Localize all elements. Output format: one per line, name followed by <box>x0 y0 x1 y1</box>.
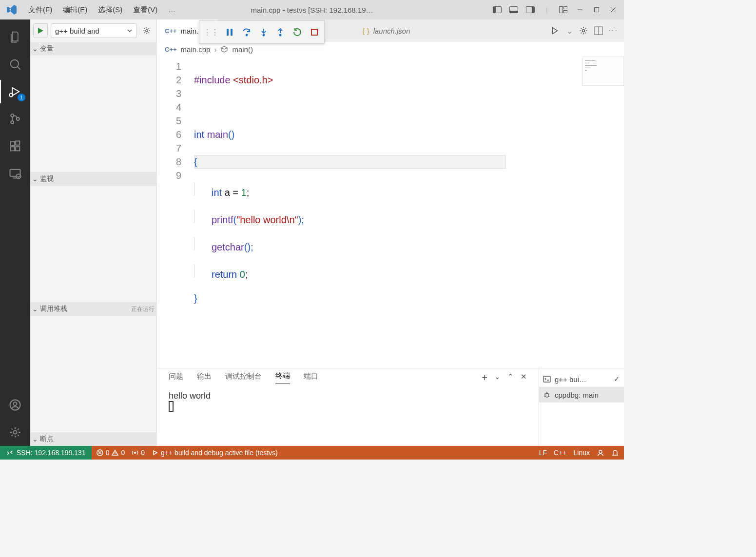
app-root: 文件(F) 编辑(E) 选择(S) 查看(V) … main.cpp - tes… <box>0 0 624 460</box>
menu-selection[interactable]: 选择(S) <box>93 2 127 18</box>
debug-config-select[interactable]: g++ build and <box>51 23 137 38</box>
cpp-file-icon: C++ <box>165 46 177 53</box>
activity-account[interactable] <box>0 391 30 419</box>
svg-line-42 <box>548 396 549 397</box>
task-cppdbg-label: cppdbg: main <box>555 391 599 399</box>
warning-icon <box>112 449 118 456</box>
svg-rect-8 <box>564 11 567 13</box>
code-editor[interactable]: 123 456 789 #include <stdio.h> int main(… <box>157 57 624 368</box>
svg-rect-36 <box>543 376 550 382</box>
status-bar: SSH: 192.168.199.131 0 0 0 g++ build and… <box>0 446 624 460</box>
minimap[interactable]: ▬▬▬ ▬▬▬ ▬▬▬▬▬▬▬▬▬▬▬ <box>582 57 624 86</box>
debug-toolbar[interactable]: ⋮⋮ <box>199 20 325 44</box>
task-build-label: g++ bui… <box>555 375 586 384</box>
check-icon: ✓ <box>614 375 620 384</box>
menu-more[interactable]: … <box>163 2 180 18</box>
run-debug-icon[interactable] <box>550 25 561 36</box>
tab-label: launch.json <box>373 27 410 35</box>
step-out-button[interactable] <box>274 25 287 39</box>
stop-button[interactable] <box>308 25 320 39</box>
panel-tab-output[interactable]: 输出 <box>197 372 212 384</box>
section-callstack[interactable]: ⌄调用堆栈 正在运行 <box>30 302 156 316</box>
layout-right-icon[interactable] <box>523 3 537 17</box>
new-terminal-icon[interactable]: + <box>482 372 487 384</box>
drag-handle-icon[interactable]: ⋮⋮ <box>203 28 219 37</box>
terminal-output[interactable]: hello world <box>157 387 539 446</box>
svg-line-41 <box>544 396 545 397</box>
status-eol[interactable]: LF <box>539 449 547 457</box>
task-build[interactable]: g++ bui… ✓ <box>539 371 624 387</box>
breadcrumb-separator-icon: › <box>214 45 216 54</box>
section-breakpoints[interactable]: ⌄断点 <box>30 432 156 446</box>
svg-rect-1 <box>493 7 496 13</box>
section-watch-label: 监视 <box>40 174 54 183</box>
titlebar: 文件(F) 编辑(E) 选择(S) 查看(V) … main.cpp - tes… <box>0 0 624 19</box>
status-lang[interactable]: C++ <box>554 449 566 457</box>
maximize-panel-icon[interactable]: ⌃ <box>507 372 514 384</box>
menu-bar: 文件(F) 编辑(E) 选择(S) 查看(V) … <box>23 2 180 18</box>
panel-tab-debugconsole[interactable]: 调试控制台 <box>225 372 262 384</box>
svg-marker-32 <box>552 28 557 34</box>
window-close[interactable] <box>606 3 620 17</box>
status-problems[interactable]: 0 0 <box>97 449 125 457</box>
activity-remote[interactable] <box>0 160 30 187</box>
workbench: 1 g++ build and ⌄变量 ⌄监视 <box>0 19 624 446</box>
chevron-down-icon: ⌄ <box>32 435 38 443</box>
debug-gear-icon[interactable] <box>140 26 154 35</box>
menu-view[interactable]: 查看(V) <box>128 2 162 18</box>
svg-point-19 <box>17 117 19 120</box>
panel-tab-ports[interactable]: 端口 <box>304 372 318 384</box>
activity-explorer[interactable] <box>0 23 30 51</box>
layout-left-icon[interactable] <box>490 3 504 17</box>
menu-file[interactable]: 文件(F) <box>23 2 57 18</box>
window-minimize[interactable] <box>573 3 587 17</box>
breadcrumb[interactable]: C++ main.cpp › main() <box>157 42 624 57</box>
step-into-button[interactable] <box>257 25 270 39</box>
bug-icon <box>543 391 551 399</box>
gear-icon[interactable] <box>579 26 588 36</box>
svg-rect-21 <box>11 147 15 151</box>
activity-settings[interactable] <box>0 419 30 446</box>
debug-start-button[interactable] <box>33 23 48 38</box>
menu-edit[interactable]: 编辑(E) <box>58 2 92 18</box>
editor-actions: ⌄ ··· <box>550 19 624 42</box>
split-editor-icon[interactable] <box>594 26 603 35</box>
status-ports[interactable]: 0 <box>132 449 145 457</box>
svg-line-14 <box>18 67 20 70</box>
window-maximize[interactable] <box>590 3 603 17</box>
panel-tab-problems[interactable]: 问题 <box>169 372 183 384</box>
more-icon[interactable]: ··· <box>609 26 618 35</box>
pause-button[interactable] <box>224 25 236 39</box>
restart-button[interactable] <box>291 25 304 39</box>
activity-search[interactable] <box>0 51 30 78</box>
activity-extensions[interactable] <box>0 133 30 160</box>
status-errors: 0 <box>106 449 110 457</box>
customize-layout-icon[interactable] <box>557 3 570 17</box>
status-remote[interactable]: SSH: 192.168.199.131 <box>0 446 92 460</box>
breadcrumb-symbol: main() <box>232 45 253 54</box>
titlebar-right: | <box>490 3 620 17</box>
task-cppdbg[interactable]: cppdbg: main <box>539 387 624 403</box>
status-debug-config[interactable]: g++ build and debug active file (testvs) <box>152 449 278 457</box>
tab-launch-json[interactable]: { } launch.json <box>354 19 418 42</box>
activity-debug[interactable]: 1 <box>0 78 30 105</box>
section-callstack-label: 调用堆栈 <box>40 305 67 313</box>
status-os[interactable]: Linux <box>574 449 590 457</box>
status-bell-icon[interactable] <box>611 449 619 457</box>
chevron-down-icon[interactable]: ⌄ <box>494 372 501 384</box>
layout-bottom-icon[interactable] <box>507 3 521 17</box>
chevron-down-icon: ⌄ <box>32 305 38 313</box>
cpp-file-icon: C++ <box>165 27 177 35</box>
code-area[interactable]: #include <stdio.h> int main() { int a = … <box>194 57 624 368</box>
activity-bar: 1 <box>0 19 30 446</box>
activity-scm[interactable] <box>0 105 30 133</box>
close-panel-icon[interactable]: ✕ <box>521 372 527 384</box>
breadcrumb-file: main.cpp <box>181 45 211 54</box>
chevron-down-icon[interactable]: ⌄ <box>566 26 573 36</box>
status-feedback-icon[interactable] <box>597 449 604 457</box>
panel-tab-terminal[interactable]: 终端 <box>275 371 290 384</box>
section-watch[interactable]: ⌄监视 <box>30 172 156 186</box>
section-variables[interactable]: ⌄变量 <box>30 42 156 56</box>
step-over-button[interactable] <box>241 25 253 39</box>
svg-point-29 <box>14 431 17 434</box>
